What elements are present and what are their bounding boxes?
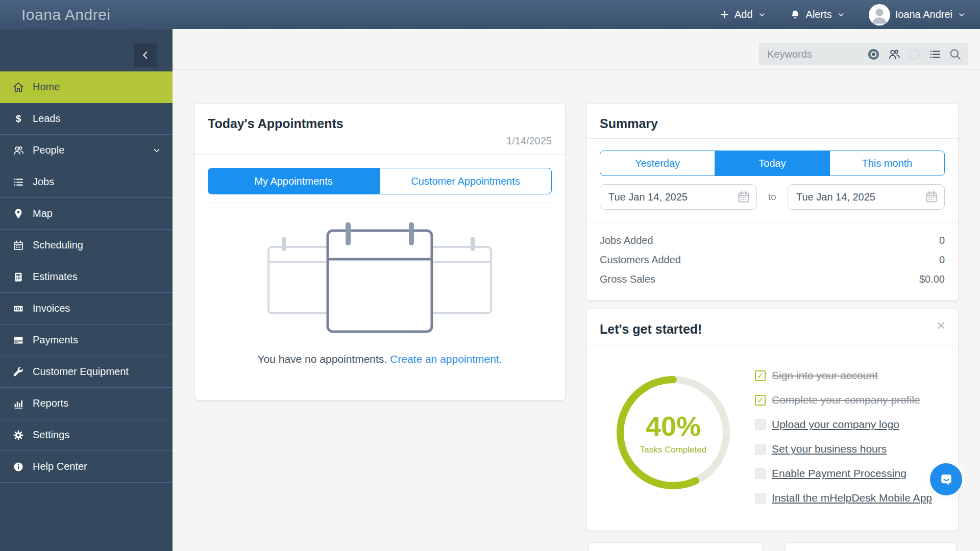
task-label[interactable]: Sign into your account — [772, 369, 878, 382]
sidebar-item-label: Help Center — [33, 461, 87, 472]
sidebar-item-map[interactable]: Map — [0, 198, 173, 230]
chevron-down-icon — [152, 146, 161, 155]
create-appointment-link[interactable]: Create an appointment. — [390, 353, 502, 365]
task-label[interactable]: Upload your company logo — [772, 418, 899, 431]
sidebar-item-settings[interactable]: Settings — [0, 419, 173, 451]
sidebar-item-label: Estimates — [33, 271, 78, 283]
summary-range-tabs: Yesterday Today This month — [600, 151, 945, 176]
content-header — [173, 29, 980, 70]
messenger-icon — [938, 471, 954, 488]
checkbox-empty[interactable] — [755, 468, 766, 479]
search-input[interactable] — [759, 48, 867, 60]
sidebar-item-home[interactable]: Home — [0, 71, 173, 103]
checkbox-empty[interactable] — [755, 493, 766, 504]
sidebar-item-label: Home — [33, 81, 60, 93]
calendar-icon[interactable] — [736, 189, 751, 205]
stat-label: Jobs Added — [600, 231, 653, 250]
date-from-field — [600, 184, 757, 210]
avatar — [869, 4, 890, 26]
sidebar-item-help-center[interactable]: Help Center — [0, 451, 173, 483]
partial-card-left — [589, 542, 763, 551]
sidebar-item-leads[interactable]: $ Leads — [0, 103, 173, 135]
user-menu[interactable]: Ioana Andrei — [869, 4, 966, 26]
tab-this-month[interactable]: This month — [829, 151, 944, 176]
sidebar-item-label: People — [33, 144, 64, 156]
people-icon — [12, 144, 24, 157]
stat-row: Gross Sales $0.00 — [600, 269, 945, 289]
task-item: Upload your company logo — [755, 412, 932, 437]
stat-label: Gross Sales — [600, 269, 655, 289]
empty-text: You have no appointments. — [257, 353, 387, 365]
task-label[interactable]: Enable Payment Processing — [772, 467, 906, 480]
close-icon[interactable]: ✕ — [937, 320, 946, 332]
divider — [208, 203, 552, 203]
appointments-date: 1/14/2025 — [208, 135, 552, 147]
tasks-progress-ring: 40% Tasks Completed — [609, 368, 738, 497]
sidebar-item-label: Leads — [33, 113, 61, 124]
main-content: Today's Appointments 1/14/2025 My Appoin… — [173, 29, 980, 551]
credit-card-icon — [12, 334, 24, 346]
tab-yesterday[interactable]: Yesterday — [600, 151, 715, 176]
sidebar-item-payments[interactable]: Payments — [0, 324, 173, 356]
stat-row: Jobs Added 0 — [600, 231, 945, 250]
user-name: Ioana Andrei — [895, 9, 952, 20]
alerts-menu[interactable]: Alerts — [790, 9, 845, 20]
sidebar-header — [0, 29, 173, 71]
sidebar-item-label: Reports — [33, 397, 68, 409]
calendar-icon — [12, 239, 24, 252]
getting-started-card: Let's get started! ✕ 40% Tasks Completed — [586, 309, 959, 531]
chevron-down-icon — [958, 11, 966, 19]
search-icon[interactable] — [948, 47, 962, 61]
date-to-input[interactable] — [788, 191, 924, 203]
task-label[interactable]: Set your business hours — [772, 443, 887, 455]
task-item: Set your business hours — [755, 437, 932, 461]
sidebar-item-label: Customer Equipment — [33, 366, 129, 378]
sidebar-item-jobs[interactable]: Jobs — [0, 166, 173, 198]
getting-started-title: Let's get started! — [600, 322, 945, 337]
chevron-down-icon — [758, 11, 766, 19]
progress-percent: 40% — [646, 410, 701, 442]
sidebar-item-invoices[interactable]: Invoices — [0, 293, 173, 324]
checkbox-checked[interactable] — [755, 395, 766, 406]
list-icon — [12, 176, 24, 188]
appointments-tabs: My Appointments Customer Appointments — [208, 168, 552, 194]
stat-label: Customers Added — [600, 250, 681, 269]
task-label[interactable]: Install the mHelpDesk Mobile App — [772, 492, 932, 504]
bar-chart-icon — [12, 397, 24, 410]
chat-launcher-button[interactable] — [930, 463, 962, 495]
sidebar-item-reports[interactable]: Reports — [0, 388, 173, 419]
summary-title: Summary — [600, 116, 945, 131]
list-icon[interactable] — [928, 47, 942, 61]
sidebar-collapse-button[interactable] — [134, 43, 157, 67]
sidebar-item-scheduling[interactable]: Scheduling — [0, 230, 173, 261]
checkbox-checked[interactable] — [755, 370, 766, 381]
add-menu[interactable]: Add — [720, 9, 766, 20]
task-item: Complete your company profile — [755, 388, 932, 412]
people-icon[interactable] — [887, 47, 901, 61]
tab-my-appointments[interactable]: My Appointments — [208, 168, 379, 194]
sidebar-item-customer-equipment[interactable]: Customer Equipment — [0, 356, 173, 388]
calendar-icon[interactable] — [924, 189, 939, 205]
target-icon[interactable] — [867, 47, 880, 61]
sidebar-item-people[interactable]: People — [0, 135, 173, 166]
wrench-icon — [12, 366, 24, 378]
checkbox-empty[interactable] — [755, 444, 766, 455]
gear-icon — [12, 429, 24, 441]
stat-value: 0 — [939, 231, 945, 250]
appointments-card: Today's Appointments 1/14/2025 My Appoin… — [194, 103, 566, 400]
progress-caption: Tasks Completed — [640, 445, 706, 455]
summary-card: Summary Yesterday Today This month to — [586, 103, 959, 301]
sidebar-item-estimates[interactable]: Estimates — [0, 261, 173, 293]
task-label[interactable]: Complete your company profile — [772, 394, 920, 406]
date-from-input[interactable] — [600, 191, 736, 203]
to-label: to — [757, 191, 788, 203]
tab-customer-appointments[interactable]: Customer Appointments — [379, 168, 552, 194]
stat-value: 0 — [939, 250, 945, 269]
checkbox-empty[interactable] — [755, 419, 766, 430]
appointments-title: Today's Appointments — [208, 116, 552, 131]
sidebar-menu: Home $ Leads People Jobs Map Sch — [0, 71, 173, 483]
date-range: to — [600, 184, 945, 210]
dashboard: Ioana Andrei Add Alerts Ioana Andrei — [0, 0, 980, 551]
circle-icon[interactable] — [908, 47, 921, 61]
tab-today[interactable]: Today — [715, 151, 829, 176]
